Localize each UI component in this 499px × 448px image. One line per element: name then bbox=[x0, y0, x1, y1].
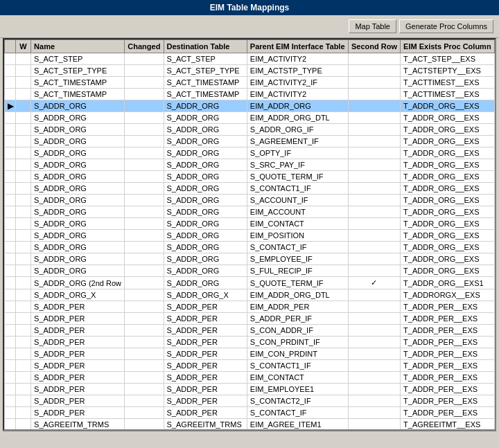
row-indicator bbox=[5, 253, 16, 265]
table-row[interactable]: S_ADDR_ORG_XS_ADDR_ORG_XEIM_ADDR_ORG_DTL… bbox=[5, 289, 495, 301]
cell-parent: S_CONTACT1_IF bbox=[247, 183, 348, 195]
table-row[interactable]: S_AGREEITM_TRMSS_AGREEITM_TRMSEIM_AGREE_… bbox=[5, 419, 495, 431]
table-container[interactable]: W Name Changed Destination Table Parent … bbox=[3, 38, 496, 431]
cell-name: S_ADDR_ORG bbox=[31, 206, 125, 218]
cell-dest: S_ACT_STEP bbox=[164, 53, 247, 65]
cell-name: S_ADDR_ORG bbox=[31, 195, 125, 206]
table-row[interactable]: S_ADDR_ORGS_ADDR_ORGS_SRC_PAY_IFT_ADDR_O… bbox=[5, 159, 495, 171]
table-row[interactable]: S_ADDR_PERS_ADDR_PERS_CON_ADDR_IFT_ADDR_… bbox=[5, 325, 495, 337]
table-row[interactable]: S_ADDR_ORG (2nd RowS_ADDR_ORGS_QUOTE_TER… bbox=[5, 277, 495, 289]
table-row[interactable]: S_ACT_TIMESTAMPS_ACT_TIMESTAMPEIM_ACTIVI… bbox=[5, 77, 495, 89]
table-row[interactable]: S_ADDR_PERS_ADDR_PEREIM_CONTACTT_ADDR_PE… bbox=[5, 372, 495, 384]
cell-second-row bbox=[348, 265, 400, 277]
scrollbar-bottom[interactable] bbox=[3, 431, 496, 442]
table-row[interactable]: S_ADDR_PERS_ADDR_PERS_CON_PRDINT_IFT_ADD… bbox=[5, 337, 495, 348]
cell-second-row bbox=[348, 136, 400, 147]
cell-w bbox=[16, 230, 31, 242]
cell-w bbox=[16, 159, 31, 171]
table-row[interactable]: S_ADDR_ORGS_ADDR_ORGEIM_POSITIONT_ADDR_O… bbox=[5, 230, 495, 242]
table-body: S_ACT_STEPS_ACT_STEPEIM_ACTIVITY2T_ACT_S… bbox=[5, 53, 495, 431]
cell-second-row bbox=[348, 242, 400, 253]
cell-w bbox=[16, 253, 31, 265]
table-row[interactable]: S_ADDR_ORGS_ADDR_ORGS_OPTY_IFT_ADDR_ORG_… bbox=[5, 147, 495, 159]
table-row[interactable]: S_ACT_TIMESTAMPS_ACT_TIMESTAMPEIM_ACTIVI… bbox=[5, 89, 495, 100]
row-indicator bbox=[5, 348, 16, 360]
generate-proc-button[interactable]: Generate Proc Columns bbox=[399, 19, 493, 33]
table-row[interactable]: S_ADDR_ORGS_ADDR_ORGS_CONTACT1_IFT_ADDR_… bbox=[5, 183, 495, 195]
col-header-changed[interactable]: Changed bbox=[125, 40, 164, 53]
cell-second-row bbox=[348, 301, 400, 313]
cell-dest: S_ADDR_ORG bbox=[164, 159, 247, 171]
table-row[interactable]: S_ADDR_ORGS_ADDR_ORGS_CONTACT_IFT_ADDR_O… bbox=[5, 242, 495, 253]
column-headers: W Name Changed Destination Table Parent … bbox=[5, 40, 495, 53]
table-row[interactable]: S_ADDR_ORGS_ADDR_ORGS_AGREEMENT_IFT_ADDR… bbox=[5, 136, 495, 147]
cell-second-row bbox=[348, 183, 400, 195]
col-header-w[interactable]: W bbox=[16, 40, 31, 53]
cell-exists: T_AGREEITMT__EXS bbox=[401, 419, 495, 431]
col-header-parent[interactable]: Parent EIM Interface Table bbox=[247, 40, 348, 53]
cell-exists: T_ACTSTEPTY__EXS bbox=[401, 65, 495, 77]
table-row[interactable]: S_ADDR_PERS_ADDR_PEREIM_EMPLOYEE1T_ADDR_… bbox=[5, 384, 495, 395]
col-header-second[interactable]: Second Row bbox=[348, 40, 400, 53]
cell-changed bbox=[125, 395, 164, 407]
cell-name: S_ADDR_ORG bbox=[31, 112, 125, 124]
cell-second-row bbox=[348, 384, 400, 395]
cell-w bbox=[16, 100, 31, 112]
cell-dest: S_ADDR_ORG bbox=[164, 183, 247, 195]
table-row[interactable]: S_ACT_STEP_TYPES_ACT_STEP_TYPEEIM_ACTSTP… bbox=[5, 65, 495, 77]
col-header-dest[interactable]: Destination Table bbox=[164, 40, 247, 53]
table-row[interactable]: S_ADDR_ORGS_ADDR_ORGS_ADDR_ORG_IFT_ADDR_… bbox=[5, 124, 495, 136]
table-row[interactable]: S_ADDR_PERS_ADDR_PERS_ADDR_PER_IFT_ADDR_… bbox=[5, 313, 495, 325]
cell-second-row bbox=[348, 89, 400, 100]
row-indicator bbox=[5, 242, 16, 253]
row-indicator bbox=[5, 171, 16, 183]
cell-changed bbox=[125, 313, 164, 325]
cell-w bbox=[16, 65, 31, 77]
cell-parent: S_OPTY_IF bbox=[247, 147, 348, 159]
table-row[interactable]: ▶S_ADDR_ORGS_ADDR_ORGEIM_ADDR_ORGT_ADDR_… bbox=[5, 100, 495, 112]
table-row[interactable]: S_ADDR_PERS_ADDR_PERS_CONTACT_IFT_ADDR_P… bbox=[5, 407, 495, 419]
row-indicator bbox=[5, 218, 16, 230]
cell-second-row bbox=[348, 77, 400, 89]
cell-exists: T_ADDR_PER__EXS bbox=[401, 384, 495, 395]
cell-dest: S_ADDR_ORG_X bbox=[164, 289, 247, 301]
cell-name: S_ADDR_ORG bbox=[31, 171, 125, 183]
cell-parent: EIM_ADDR_ORG_DTL bbox=[247, 289, 348, 301]
table-row[interactable]: S_ADDR_ORGS_ADDR_ORGEIM_CONTACTT_ADDR_OR… bbox=[5, 218, 495, 230]
cell-parent: S_ADDR_ORG_IF bbox=[247, 124, 348, 136]
cell-parent: EIM_AGREE_ITEM1 bbox=[247, 419, 348, 431]
cell-dest: S_ADDR_ORG bbox=[164, 277, 247, 289]
table-row[interactable]: S_ADDR_ORGS_ADDR_ORGS_QUOTE_TERM_IFT_ADD… bbox=[5, 171, 495, 183]
table-row[interactable]: S_ADDR_ORGS_ADDR_ORGS_EMPLOYEE_IFT_ADDR_… bbox=[5, 253, 495, 265]
map-table-button[interactable]: Map Table bbox=[349, 19, 396, 33]
cell-parent: S_ADDR_PER_IF bbox=[247, 313, 348, 325]
table-row[interactable]: S_ADDR_PERS_ADDR_PEREIM_ADDR_PERT_ADDR_P… bbox=[5, 301, 495, 313]
cell-exists: T_ADDR_ORG__EXS bbox=[401, 136, 495, 147]
table-row[interactable]: S_ACT_STEPS_ACT_STEPEIM_ACTIVITY2T_ACT_S… bbox=[5, 53, 495, 65]
table-row[interactable]: S_ADDR_ORGS_ADDR_ORGS_ACCOUNT_IFT_ADDR_O… bbox=[5, 195, 495, 206]
row-indicator bbox=[5, 112, 16, 124]
table-row[interactable]: S_ADDR_ORGS_ADDR_ORGEIM_ADDR_ORG_DTLT_AD… bbox=[5, 112, 495, 124]
cell-name: S_ADDR_ORG bbox=[31, 183, 125, 195]
cell-parent: S_CON_PRDINT_IF bbox=[247, 337, 348, 348]
table-row[interactable]: S_ADDR_PERS_ADDR_PEREIM_CON_PRDINTT_ADDR… bbox=[5, 348, 495, 360]
cell-name: S_ADDR_PER bbox=[31, 325, 125, 337]
cell-w bbox=[16, 89, 31, 100]
cell-w bbox=[16, 337, 31, 348]
row-indicator bbox=[5, 89, 16, 100]
table-row[interactable]: S_ADDR_PERS_ADDR_PERS_CONTACT2_IFT_ADDR_… bbox=[5, 395, 495, 407]
cell-second-row bbox=[348, 100, 400, 112]
row-indicator bbox=[5, 230, 16, 242]
table-row[interactable]: S_ADDR_ORGS_ADDR_ORGEIM_ACCOUNTT_ADDR_OR… bbox=[5, 206, 495, 218]
cell-dest: S_ADDR_PER bbox=[164, 337, 247, 348]
eim-table: W Name Changed Destination Table Parent … bbox=[4, 39, 495, 431]
cell-parent: S_CONTACT_IF bbox=[247, 407, 348, 419]
cell-changed bbox=[125, 301, 164, 313]
cell-dest: S_ADDR_ORG bbox=[164, 112, 247, 124]
table-row[interactable]: S_ADDR_ORGS_ADDR_ORGS_FUL_RECIP_IFT_ADDR… bbox=[5, 265, 495, 277]
cell-name: S_ADDR_ORG bbox=[31, 159, 125, 171]
cell-name: S_ADDR_PER bbox=[31, 360, 125, 372]
col-header-name[interactable]: Name bbox=[31, 40, 125, 53]
col-header-exists[interactable]: EIM Exists Proc Column bbox=[401, 40, 495, 53]
table-row[interactable]: S_ADDR_PERS_ADDR_PERS_CONTACT1_IFT_ADDR_… bbox=[5, 360, 495, 372]
